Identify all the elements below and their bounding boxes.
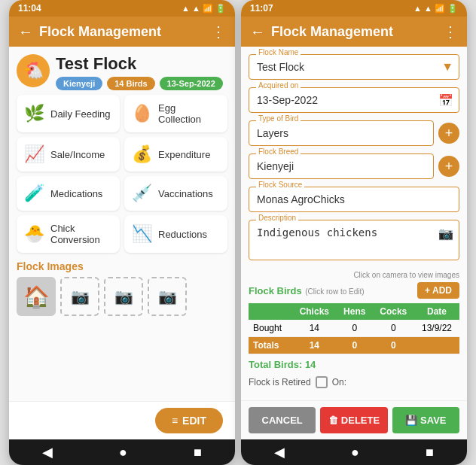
nav-menu-left[interactable]: ■ [194, 445, 202, 460]
menu-chick-conversion-label: Chick Conversion [50, 223, 112, 245]
menu-reductions-label: Reductions [158, 229, 207, 240]
back-button-left[interactable]: ← [18, 23, 33, 41]
status-icons-left: ▲ ▲ 📶 🔋 [182, 4, 226, 14]
delete-label: DELETE [341, 415, 380, 426]
flock-name-input[interactable] [249, 54, 459, 80]
time-left: 11:04 [18, 3, 41, 14]
flock-header: 🐔 Test Flock Kienyeji 14 Birds 13-Sep-20… [17, 54, 227, 90]
badge-birds: 14 Birds [107, 77, 154, 90]
flock-info: Test Flock Kienyeji 14 Birds 13-Sep-2022 [56, 54, 227, 90]
nav-home-left[interactable]: ● [119, 445, 127, 460]
row-chicks: 14 [292, 320, 337, 337]
flock-images: 🏠 📷 📷 📷 [17, 277, 227, 316]
back-button-right[interactable]: ← [250, 23, 265, 41]
description-input[interactable]: Indigenous chickens [249, 220, 459, 260]
medications-icon: 🧪 [24, 184, 44, 203]
status-icons-right: ▲ ▲ 📶 🔋 [413, 4, 458, 14]
flock-breed-field: Flock Breed Kienyeji + [249, 153, 459, 179]
row-label: Bought [249, 320, 292, 337]
add-birds-button[interactable]: + ADD [417, 282, 459, 299]
col-date: Date [414, 303, 459, 320]
totals-label: Totals [249, 337, 292, 354]
save-label: SAVE [420, 415, 446, 426]
flock-breed-select[interactable]: Kienyeji [249, 153, 434, 179]
image-placeholder-3[interactable]: 📷 [148, 277, 187, 316]
menu-expenditure[interactable]: 💰 Expenditure [124, 137, 227, 172]
flock-badges: Kienyeji 14 Birds 13-Sep-2022 [56, 77, 227, 90]
camera-hint: Click on camera to view images [249, 271, 459, 279]
row-hens: 0 [337, 320, 373, 337]
dropdown-icon-name[interactable]: ▼ [441, 60, 453, 74]
menu-icon-left[interactable]: ⋮ [211, 23, 226, 41]
type-of-bird-select[interactable]: Layers Broilers Kienyeji [249, 120, 434, 146]
app-title-left: Flock Management [39, 24, 205, 40]
image-placeholder-1[interactable]: 📷 [60, 277, 99, 316]
nav-menu-right[interactable]: ■ [426, 445, 434, 460]
flock-name: Test Flock [56, 54, 227, 74]
nav-bar-left: ◀ ● ■ [9, 439, 235, 465]
expenditure-icon: 💰 [132, 144, 152, 164]
nav-home-right[interactable]: ● [351, 445, 359, 460]
camera-icon[interactable]: 📷 [438, 226, 453, 241]
right-phone: 11:07 ▲ ▲ 📶 🔋 ← Flock Management ⋮ Flock… [241, 0, 467, 465]
totals-cocks: 0 [373, 337, 414, 354]
add-bird-type-button[interactable]: + [438, 123, 459, 144]
menu-expenditure-label: Expenditure [158, 149, 210, 160]
cancel-button[interactable]: CANCEL [249, 407, 316, 433]
birds-title-group: Flock Birds (Click row to Edit) [249, 284, 365, 297]
flock-name-field: Flock Name ▼ [249, 54, 459, 80]
menu-sale-income[interactable]: 📈 Sale/Income [17, 137, 120, 172]
birds-subtitle: (Click row to Edit) [305, 287, 364, 296]
type-of-bird-label: Type of Bird [256, 114, 301, 123]
menu-icon-right[interactable]: ⋮ [443, 23, 458, 41]
col-cocks: Cocks [373, 303, 414, 320]
add-breed-button[interactable]: + [438, 156, 459, 177]
image-thumb-1[interactable]: 🏠 [17, 277, 56, 316]
nav-back-right[interactable]: ◀ [274, 444, 285, 460]
menu-reductions[interactable]: 📉 Reductions [124, 215, 227, 253]
reductions-icon: 📉 [132, 224, 152, 244]
edit-label: EDIT [182, 415, 206, 427]
retire-checkbox[interactable] [316, 376, 328, 388]
col-label [249, 303, 292, 320]
nav-bar-right: ◀ ● ■ [241, 439, 467, 465]
menu-chick-conversion[interactable]: 🐣 Chick Conversion [17, 215, 120, 253]
total-birds-value: 14 [305, 359, 316, 370]
flock-source-input[interactable] [249, 187, 459, 212]
flock-name-label: Flock Name [256, 48, 301, 56]
retire-label: Flock is Retired [249, 377, 311, 388]
table-row[interactable]: Bought 14 0 0 13/9/22 [249, 320, 459, 337]
app-bar-left: ← Flock Management ⋮ [9, 17, 235, 47]
menu-medications-label: Medications [50, 188, 102, 199]
status-bar-left: 11:04 ▲ ▲ 📶 🔋 [9, 0, 235, 17]
menu-medications[interactable]: 🧪 Medications [17, 176, 120, 211]
sale-income-icon: 📈 [24, 144, 44, 164]
menu-vaccinations-label: Vaccinations [158, 188, 213, 199]
acquired-on-input[interactable] [249, 87, 459, 113]
calendar-icon[interactable]: 📅 [438, 93, 453, 108]
flock-avatar: 🐔 [17, 54, 50, 87]
bottom-bar-left: ≡ EDIT [9, 401, 235, 439]
save-button[interactable]: 💾 SAVE [392, 407, 459, 433]
total-birds-label: Total Birds: [249, 359, 302, 370]
col-hens: Hens [337, 303, 373, 320]
menu-sale-income-label: Sale/Income [50, 149, 105, 160]
menu-daily-feeding[interactable]: 🌿 Daily Feeding [17, 95, 120, 132]
birds-table: Chicks Hens Cocks Date Bought 14 0 0 13/… [249, 303, 459, 354]
col-chicks: Chicks [292, 303, 337, 320]
app-title-right: Flock Management [271, 24, 437, 40]
save-icon: 💾 [405, 415, 417, 426]
badge-date: 13-Sep-2022 [160, 77, 223, 90]
image-placeholder-2[interactable]: 📷 [104, 277, 143, 316]
left-phone: 11:04 ▲ ▲ 📶 🔋 ← Flock Management ⋮ 🐔 Tes… [9, 0, 235, 465]
nav-back-left[interactable]: ◀ [42, 444, 53, 460]
row-cocks: 0 [373, 320, 414, 337]
menu-egg-collection[interactable]: 🥚 Egg Collection [124, 95, 227, 132]
retire-row: Flock is Retired On: [249, 376, 459, 388]
flock-source-label: Flock Source [256, 181, 304, 189]
action-bar: CANCEL 🗑 DELETE 💾 SAVE [241, 400, 467, 439]
edit-button[interactable]: ≡ EDIT [155, 408, 223, 433]
delete-button[interactable]: 🗑 DELETE [320, 407, 387, 433]
menu-vaccinations[interactable]: 💉 Vaccinations [124, 176, 227, 211]
acquired-on-label: Acquired on [256, 81, 301, 90]
